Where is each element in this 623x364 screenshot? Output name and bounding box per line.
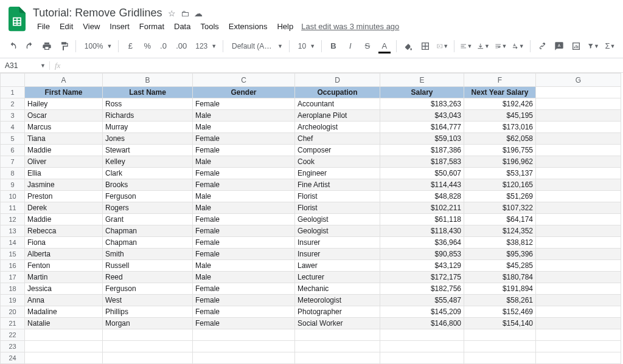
- row-header[interactable]: 15: [1, 249, 25, 260]
- cell[interactable]: [536, 272, 621, 283]
- row-header[interactable]: 11: [1, 202, 25, 214]
- cell[interactable]: Oliver: [25, 156, 103, 168]
- cell[interactable]: Rogers: [103, 202, 193, 214]
- insert-link-button[interactable]: [534, 38, 550, 54]
- cell[interactable]: [536, 145, 621, 156]
- cell[interactable]: Cook: [295, 156, 380, 168]
- cell[interactable]: Murray: [103, 122, 193, 133]
- cell[interactable]: [536, 249, 621, 260]
- font-size-combo[interactable]: 10▼: [293, 39, 318, 53]
- menu-view[interactable]: View: [78, 21, 104, 32]
- cell[interactable]: [536, 179, 621, 191]
- percent-button[interactable]: %: [139, 38, 155, 54]
- cell[interactable]: West: [103, 295, 193, 306]
- cell[interactable]: $45,285: [464, 260, 536, 272]
- cell[interactable]: $187,583: [380, 156, 464, 168]
- menu-tools[interactable]: Tools: [196, 21, 223, 32]
- cell[interactable]: Ross: [103, 98, 193, 110]
- cell[interactable]: $58,261: [464, 295, 536, 306]
- row-header[interactable]: 4: [1, 122, 25, 133]
- cell[interactable]: Preston: [25, 191, 103, 202]
- cell[interactable]: Ferguson: [103, 191, 193, 202]
- cell[interactable]: [536, 341, 621, 352]
- cell[interactable]: [536, 156, 621, 168]
- cell[interactable]: [536, 122, 621, 133]
- cell[interactable]: [380, 341, 464, 352]
- cell[interactable]: $102,211: [380, 202, 464, 214]
- cell[interactable]: Russell: [103, 260, 193, 272]
- cell[interactable]: Martin: [25, 272, 103, 283]
- col-header[interactable]: E: [380, 74, 464, 87]
- cell[interactable]: $172,175: [380, 272, 464, 283]
- bold-button[interactable]: B: [325, 38, 341, 54]
- cell[interactable]: Maddie: [25, 214, 103, 225]
- print-button[interactable]: [39, 38, 55, 54]
- cell[interactable]: $90,853: [380, 249, 464, 260]
- italic-button[interactable]: I: [343, 38, 358, 54]
- cell[interactable]: Ferguson: [103, 283, 193, 295]
- cell[interactable]: [25, 329, 103, 341]
- cell[interactable]: [536, 191, 621, 202]
- row-header[interactable]: 22: [1, 329, 25, 341]
- cell[interactable]: Insurer: [295, 237, 380, 249]
- row-header[interactable]: 9: [1, 179, 25, 191]
- row-header[interactable]: 14: [1, 237, 25, 249]
- formula-input[interactable]: [65, 59, 623, 72]
- name-box[interactable]: A31 ▼: [0, 61, 50, 70]
- cell[interactable]: Derek: [25, 202, 103, 214]
- cell[interactable]: [103, 329, 193, 341]
- fill-color-button[interactable]: [400, 38, 416, 54]
- cloud-status-icon[interactable]: ☁: [194, 9, 203, 18]
- cell[interactable]: Fenton: [25, 260, 103, 272]
- cell[interactable]: Chef: [295, 133, 380, 145]
- row-header[interactable]: 5: [1, 133, 25, 145]
- cell[interactable]: Female: [193, 283, 295, 295]
- cell[interactable]: Jasmine: [25, 179, 103, 191]
- cell[interactable]: Maddie: [25, 145, 103, 156]
- cell[interactable]: Female: [193, 306, 295, 318]
- text-wrap-button[interactable]: ▼: [493, 38, 509, 54]
- cell[interactable]: Kelley: [103, 156, 193, 168]
- cell[interactable]: Phillips: [103, 306, 193, 318]
- cell[interactable]: $36,964: [380, 237, 464, 249]
- filter-button[interactable]: ▼: [585, 38, 601, 54]
- row-header[interactable]: 1: [1, 87, 25, 98]
- cell[interactable]: Female: [193, 225, 295, 237]
- cell[interactable]: Lecturer: [295, 272, 380, 283]
- menu-help[interactable]: Help: [273, 21, 298, 32]
- row-header[interactable]: 20: [1, 306, 25, 318]
- row-header[interactable]: 8: [1, 168, 25, 179]
- cell[interactable]: $146,800: [380, 318, 464, 329]
- cell[interactable]: $64,174: [464, 214, 536, 225]
- vertical-align-button[interactable]: ▼: [475, 38, 491, 54]
- cell[interactable]: $118,430: [380, 225, 464, 237]
- cell[interactable]: Male: [193, 272, 295, 283]
- cell[interactable]: [536, 283, 621, 295]
- cell[interactable]: Female: [193, 214, 295, 225]
- cell[interactable]: [536, 352, 621, 364]
- cell[interactable]: Composer: [295, 145, 380, 156]
- cell[interactable]: Meteorologist: [295, 295, 380, 306]
- cell[interactable]: Clark: [103, 168, 193, 179]
- cell[interactable]: [295, 329, 380, 341]
- cell[interactable]: $53,137: [464, 168, 536, 179]
- cell[interactable]: $43,043: [380, 110, 464, 122]
- cell[interactable]: [536, 306, 621, 318]
- row-header[interactable]: 19: [1, 295, 25, 306]
- cell[interactable]: $191,894: [464, 283, 536, 295]
- cell[interactable]: [536, 260, 621, 272]
- undo-button[interactable]: [5, 38, 21, 54]
- cell[interactable]: Female: [193, 145, 295, 156]
- cell[interactable]: [295, 352, 380, 364]
- cell[interactable]: $183,263: [380, 98, 464, 110]
- cell[interactable]: Female: [193, 98, 295, 110]
- cell[interactable]: Female: [193, 179, 295, 191]
- cell[interactable]: $120,165: [464, 179, 536, 191]
- cell[interactable]: Male: [193, 260, 295, 272]
- cell[interactable]: Stewart: [103, 145, 193, 156]
- cell[interactable]: [536, 318, 621, 329]
- cell[interactable]: Hailey: [25, 98, 103, 110]
- row-header[interactable]: 17: [1, 272, 25, 283]
- menu-format[interactable]: Format: [135, 21, 169, 32]
- cell[interactable]: $55,487: [380, 295, 464, 306]
